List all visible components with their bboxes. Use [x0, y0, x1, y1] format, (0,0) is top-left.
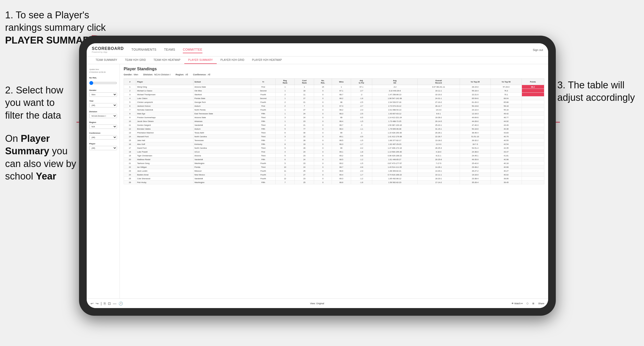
subnav-player-summary[interactable]: PLAYER SUMMARY [184, 57, 217, 64]
table-row[interactable]: 4Luke ClatonFlorida StateSecond127068.2-… [124, 96, 544, 100]
no-rds-slider[interactable] [89, 81, 117, 85]
table-row[interactable]: 26Petr HrubyWashingtonFifth725068.6-1.61… [124, 181, 544, 184]
nav-tab-committee[interactable]: COMMITTEE [183, 47, 202, 53]
toolbar-copy[interactable]: ⎘ [104, 301, 106, 306]
sub-nav: TEAM SUMMARY TEAM H2H GRID TEAM H2H HEAT… [87, 57, 548, 64]
table-title: Player Standings [124, 67, 544, 71]
division-select[interactable]: NCAA Division I NCAA Division II NCAA Di… [89, 114, 117, 118]
instruction-step3-text: 3. The table will adjust accordingly [557, 80, 635, 103]
table-row[interactable]: 16Alex GoffKentuckyFifth819068.3-1.71.92… [124, 142, 544, 146]
player-select[interactable]: (All) [89, 146, 117, 150]
table-row[interactable]: 12Brendan ValdesAuburnFifth577068.4-1.11… [124, 127, 544, 131]
col-wins: Wins [332, 79, 351, 85]
sidebar-year: Year (All) First Second Third Fourth Fif… [89, 100, 117, 107]
toolbar-paste[interactable]: ⊡ [108, 301, 111, 306]
table-row[interactable]: 22Ian GilliganFloridaThird1024068.7-0.81… [124, 165, 544, 169]
main-content: Update time:27/03/2024 16:56:26 No Rds. … [87, 64, 548, 298]
nav-tab-tournaments[interactable]: TOURNAMENTS [132, 47, 157, 53]
table-row[interactable]: 25Cole SherwoodVanderbiltFourth1223069.3… [124, 177, 544, 181]
toolbar-redo[interactable]: ↪ [96, 301, 99, 306]
table-row[interactable]: 3Michael ThorbjornsenStanfordFourth21106… [124, 93, 544, 96]
division-label: Division [89, 110, 117, 113]
subnav-team-h2h-heatmap[interactable]: TEAM H2H HEATMAP [150, 57, 184, 64]
region-select[interactable]: N/A All [89, 124, 117, 129]
filter-region-value: All [185, 73, 188, 76]
year-select[interactable]: (All) First Second Third Fourth Fifth [89, 103, 117, 107]
subnav-player-h2h-heatmap[interactable]: PLAYER H2H HEATMAP [248, 57, 286, 64]
gender-select[interactable]: Men Women [89, 92, 117, 97]
col-rank: # [124, 79, 136, 85]
toolbar-icon1[interactable]: ⬡ [526, 302, 529, 305]
header-right: Sign out [533, 48, 543, 51]
conference-select[interactable]: (All) [89, 135, 117, 140]
table-row[interactable]: 1Wenyi DingArizona StateFirst1115167.1-3… [124, 85, 544, 89]
logo-text: SCOREBOARD [92, 46, 124, 51]
table-row[interactable]: 13Phichaksn MaichonTexas A&MThird630069-… [124, 131, 544, 135]
logo-sub: Powered by clipp [92, 51, 124, 53]
col-conf-rank: ConfRank [295, 79, 314, 85]
player-label: Player [89, 143, 117, 145]
table-row[interactable]: 9Preston SummerhaysArizona StateThird324… [124, 116, 544, 119]
col-school: School [193, 79, 251, 85]
col-avg-sg: AvgSG [372, 79, 417, 85]
watch-button[interactable]: 👁 Watch ▾ [511, 302, 523, 305]
bottom-note-prefix: On [5, 133, 21, 144]
sign-out-link[interactable]: Sign out [533, 48, 543, 51]
sidebar-gender: Gender Men Women [89, 89, 117, 97]
year-label: Year [89, 100, 117, 102]
filters-row: Gender: Men Division: NCAA Division I Re… [124, 73, 544, 76]
table-row[interactable]: 5Christo LamprechtGeorgia TechFourth2210… [124, 100, 544, 104]
toolbar-clock[interactable]: 🕐 [119, 301, 123, 306]
table-row[interactable]: 18Luke PowellUCLAFirst424069.1-1.81.13 5… [124, 150, 544, 154]
subnav-team-summary[interactable]: TEAM SUMMARY [92, 57, 121, 64]
table-row[interactable]: 20Matthew RiedelVanderbiltFifth624068.5-… [124, 158, 544, 161]
filter-gender-label: Gender: [124, 73, 133, 76]
nav-tab-teams[interactable]: TEAMS [164, 47, 175, 53]
share-button[interactable]: Share [538, 302, 544, 305]
table-row[interactable]: 24Bastien AmatNew MexicoFourth127069.4-1… [124, 173, 544, 177]
table-row[interactable]: 23Jack LundinMissouriFourth1125068.6-2.3… [124, 169, 544, 173]
no-rds-label: No Rds. [89, 77, 117, 79]
filter-region: Region: All [176, 73, 188, 76]
sidebar-update-section: Update time:27/03/2024 16:56:26 [89, 68, 117, 74]
player-standings-table: # Player School Yr RegRank ConfRank No.R… [124, 78, 544, 184]
app-header: SCOREBOARD Powered by clipp TOURNAMENTS … [87, 43, 548, 57]
sidebar-region: Region N/A All [89, 121, 117, 129]
sidebar-player: Player (All) [89, 143, 117, 150]
table-row[interactable]: 6Jackson KoivunAuburnFirst27067.3-2.72.7… [124, 104, 544, 108]
table-row[interactable]: 21Taehoon SongWashingtonFourth523069.2-1… [124, 161, 544, 165]
col-adj: Adj.to Par [351, 79, 372, 85]
instruction-step2: 2. Select how you want to filter the dat… [5, 84, 71, 122]
table-row[interactable]: 2Michael Le SassoOle MissSecond118067.1-… [124, 89, 544, 93]
sidebar-division: Division NCAA Division I NCAA Division I… [89, 110, 117, 118]
toolbar-undo[interactable]: ↩ [91, 301, 94, 306]
table-row[interactable]: 8Mats EgeEast Tennessee StateFifth124068… [124, 112, 544, 116]
toolbar-left: ↩ ↪ | ⎘ ⊡ — 🕐 [91, 301, 123, 306]
table-row[interactable]: 15Jake HallTennesseeFifth728068.5-1.51.6… [124, 139, 544, 142]
table-row[interactable]: 11Gordon SargentVanderbiltThird421068.7-… [124, 123, 544, 127]
subnav-team-h2h-grid[interactable]: TEAM H2H GRID [121, 57, 150, 64]
gender-label: Gender [89, 89, 117, 91]
filter-gender: Gender: Men [124, 73, 138, 76]
toolbar-icon2[interactable]: ⊞ [532, 302, 534, 305]
instruction-step2-text: 2. Select how you want to filter the dat… [5, 85, 63, 121]
nav-tabs: TOURNAMENTS TEAMS COMMITTEE [132, 47, 533, 53]
instruction-step1-text: 1. To see a Player's rankings summary cl… [5, 10, 106, 33]
table-area: Player Standings Gender: Men Division: N… [120, 64, 548, 298]
view-label[interactable]: View: Original [310, 302, 324, 305]
table-row[interactable]: 19Tiger ChristensenArizonaThird523069.2-… [124, 154, 544, 158]
table-row[interactable]: 17David FordNorth CarolinaThird928069-0.… [124, 146, 544, 150]
col-player: Player [136, 79, 194, 85]
subnav-player-h2h-grid[interactable]: PLAYER H2H GRID [217, 57, 248, 64]
sidebar-conference: Conference (All) [89, 132, 117, 140]
table-row[interactable]: 14Maxwell FordNorth CarolinaThird322069.… [124, 135, 544, 139]
col-overall: OverallRecord [417, 79, 460, 85]
toolbar-center: View: Original [310, 302, 324, 305]
table-row[interactable]: 7Nicholas GabrelcikNorth FloridaFourth12… [124, 108, 544, 112]
filter-division: Division: NCAA Division I [143, 73, 171, 76]
col-vs-top25: Vs Top 25 [460, 79, 491, 85]
sidebar-no-rds: No Rds. [89, 77, 117, 86]
instruction-step3: 3. The table will adjust accordingly [557, 79, 636, 104]
table-row[interactable]: 10Jacob Skov OlesenArkansasFifth123068.4… [124, 119, 544, 123]
sidebar: Update time:27/03/2024 16:56:26 No Rds. … [87, 64, 120, 298]
